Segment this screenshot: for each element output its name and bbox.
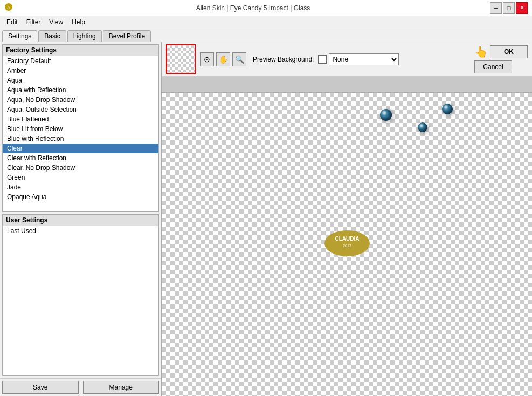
ok-arrow-icon: 👆 <box>474 45 488 58</box>
list-item[interactable]: Aqua, Outside Selection <box>3 105 158 114</box>
menu-view[interactable]: View <box>45 17 67 27</box>
list-item-clear-reflection[interactable]: Clear with Reflection <box>3 153 158 163</box>
menu-bar: Edit Filter View Help <box>0 16 532 28</box>
svg-text:CLAUDIA: CLAUDIA <box>335 236 359 242</box>
app-icon: A <box>4 3 13 13</box>
list-item-clear[interactable]: Clear <box>3 144 158 153</box>
list-item[interactable]: Aqua, No Drop Shadow <box>3 95 158 105</box>
list-item[interactable]: Aqua with Reflection <box>3 85 158 95</box>
hand-tool-button[interactable]: ✋ <box>216 52 230 66</box>
menu-help[interactable]: Help <box>67 17 89 27</box>
list-item[interactable]: Blue Flattened <box>3 114 158 124</box>
preview-bg-label: Preview Background: <box>253 56 314 63</box>
list-item[interactable]: Jade <box>3 182 158 192</box>
zoom-icon: ⊙ <box>204 55 210 64</box>
glass-orb-1 <box>380 109 392 121</box>
window-controls: ─ □ ✕ <box>490 2 528 14</box>
preview-bg-color-swatch[interactable] <box>318 55 327 64</box>
list-item[interactable]: Blue with Reflection <box>3 134 158 144</box>
preview-bg-dropdown[interactable]: None White Black Custom... <box>329 53 399 65</box>
tabs-row: Settings Basic Lighting Bevel Profile <box>0 28 532 42</box>
menu-filter[interactable]: Filter <box>22 17 45 27</box>
close-button[interactable]: ✕ <box>516 2 528 14</box>
glass-orb-2 <box>442 104 453 114</box>
tab-lighting[interactable]: Lighting <box>67 30 102 42</box>
factory-settings-container: Factory Settings Factory Default Amber A… <box>2 44 159 212</box>
main-container: Settings Basic Lighting Bevel Profile Fa… <box>0 28 532 396</box>
ok-area: 👆 OK <box>474 45 528 58</box>
menu-edit[interactable]: Edit <box>2 17 22 27</box>
preview-toolbar: ⊙ ✋ 🔍 Preview Background: None White Bla… <box>162 42 532 77</box>
factory-settings-list[interactable]: Factory Default Amber Aqua Aqua with Ref… <box>3 56 158 211</box>
right-panel: ⊙ ✋ 🔍 Preview Background: None White Bla… <box>162 42 532 396</box>
user-settings-container: User Settings Last Used <box>2 214 159 376</box>
window-title: Alien Skin | Eye Candy 5 Impact | Glass <box>16 4 490 12</box>
svg-text:A: A <box>7 5 10 10</box>
list-item[interactable]: Amber <box>3 66 158 76</box>
manage-button[interactable]: Manage <box>83 381 160 394</box>
list-item[interactable]: Factory Default <box>3 56 158 66</box>
list-item[interactable]: Opaque Aqua <box>3 192 158 202</box>
ok-cancel-area: 👆 OK Cancel <box>474 45 528 73</box>
tab-settings[interactable]: Settings <box>2 30 37 42</box>
preview-canvas[interactable]: CLAUDIA 2012 <box>162 93 532 396</box>
content-row: Factory Settings Factory Default Amber A… <box>0 42 532 396</box>
logo-watermark: CLAUDIA 2012 <box>323 229 371 260</box>
user-settings-header: User Settings <box>3 215 158 226</box>
minimize-button[interactable]: ─ <box>490 2 502 14</box>
list-item[interactable]: Green <box>3 173 158 182</box>
preview-area: CLAUDIA 2012 <box>162 77 532 396</box>
list-item[interactable]: Aqua <box>3 76 158 85</box>
preview-bg-strip <box>162 77 532 93</box>
tab-bevel-profile[interactable]: Bevel Profile <box>103 30 151 42</box>
tab-basic[interactable]: Basic <box>38 30 66 42</box>
list-item-blue-lit[interactable]: Blue Lit from Below <box>3 124 158 134</box>
glass-orb-3 <box>418 122 427 132</box>
svg-text:2012: 2012 <box>343 244 351 248</box>
save-button[interactable]: Save <box>2 381 79 394</box>
preview-bg-select: None White Black Custom... <box>318 53 399 65</box>
maximize-button[interactable]: □ <box>503 2 515 14</box>
svg-point-2 <box>324 230 370 256</box>
factory-settings-header: Factory Settings <box>3 45 158 56</box>
user-settings-item-last-used[interactable]: Last Used <box>3 226 158 236</box>
preview-thumbnail <box>166 44 196 74</box>
left-panel: Factory Settings Factory Default Amber A… <box>0 42 162 396</box>
ok-button[interactable]: OK <box>490 45 528 58</box>
title-bar: A Alien Skin | Eye Candy 5 Impact | Glas… <box>0 0 532 16</box>
zoom-in-icon: 🔍 <box>235 55 244 64</box>
bottom-buttons: Save Manage <box>0 378 161 396</box>
hand-icon: ✋ <box>219 55 228 64</box>
zoom-in-button[interactable]: 🔍 <box>232 52 246 66</box>
cancel-button[interactable]: Cancel <box>474 60 512 73</box>
list-item[interactable]: Clear, No Drop Shadow <box>3 163 158 173</box>
zoom-tool-button[interactable]: ⊙ <box>200 52 214 66</box>
